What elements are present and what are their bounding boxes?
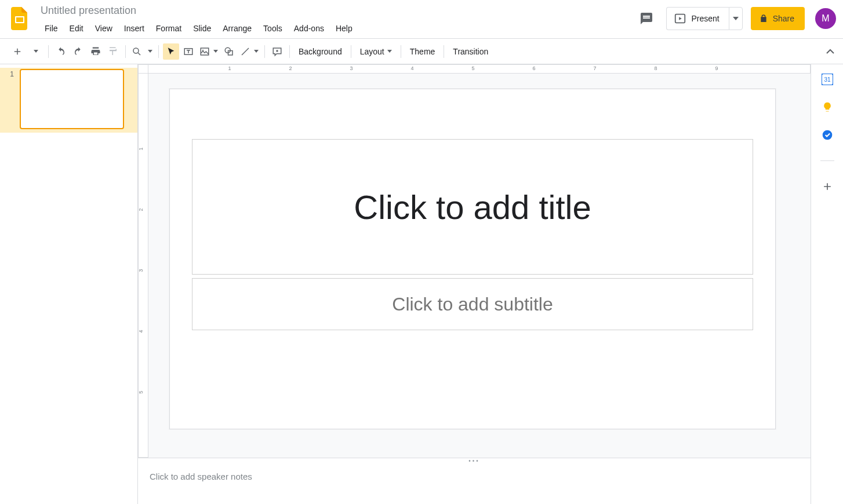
zoom-button[interactable]: [130, 43, 154, 60]
separator: [289, 45, 290, 58]
horizontal-ruler[interactable]: 1 2 3 4 5 6 7 8 9: [148, 64, 811, 74]
present-button[interactable]: Present: [666, 7, 728, 30]
menu-help[interactable]: Help: [330, 21, 358, 36]
theme-button[interactable]: Theme: [405, 43, 440, 60]
caret-down-icon: [254, 50, 259, 53]
notes-splitter[interactable]: •••: [138, 458, 811, 463]
ruler-v-label: 3: [138, 269, 144, 272]
separator: [125, 45, 126, 58]
share-button[interactable]: Share: [751, 7, 805, 30]
ruler-h-label: 8: [654, 65, 657, 71]
menubar: File Edit View Insert Format Slide Arran…: [39, 21, 358, 36]
title-column: Untitled presentation File Edit View Ins…: [39, 3, 358, 36]
slides-logo[interactable]: [8, 7, 31, 30]
vertical-ruler[interactable]: 1 2 3 4 5: [138, 74, 148, 458]
filmstrip[interactable]: 1: [0, 64, 138, 504]
ruler-h-label: 9: [715, 65, 718, 71]
menu-edit[interactable]: Edit: [64, 21, 89, 36]
separator: [48, 45, 49, 58]
lock-icon: [759, 14, 768, 23]
chevron-up-icon: [826, 49, 834, 54]
ruler-v-label: 1: [138, 147, 144, 150]
tasks-app-button[interactable]: [822, 129, 833, 141]
slide-number: 1: [6, 69, 14, 78]
print-button[interactable]: [88, 43, 104, 60]
slide-thumbnail-row[interactable]: 1: [0, 68, 137, 133]
add-comment-icon: [272, 46, 282, 57]
get-addons-button[interactable]: [822, 181, 833, 192]
title-placeholder[interactable]: Click to add title: [192, 139, 753, 275]
subtitle-placeholder[interactable]: Click to add subtitle: [192, 278, 753, 330]
plus-icon: [822, 181, 833, 192]
caret-down-icon: [733, 17, 739, 20]
cursor-icon: [166, 47, 176, 56]
document-title[interactable]: Untitled presentation: [39, 3, 358, 19]
canvas-area: 1 2 3 4 5 6 7 8 9 1 2 3 4 5 Click to add…: [138, 64, 811, 458]
menu-view[interactable]: View: [90, 21, 118, 36]
slide-thumbnail[interactable]: [20, 69, 124, 129]
ruler-h-label: 3: [350, 65, 353, 71]
subtitle-placeholder-text: Click to add subtitle: [392, 294, 553, 315]
textbox-icon: [183, 46, 194, 57]
menu-tools[interactable]: Tools: [258, 21, 288, 36]
shape-icon: [224, 46, 234, 57]
side-separator: [820, 160, 834, 161]
keep-app-button[interactable]: [822, 101, 833, 113]
comment-icon: [639, 12, 653, 25]
new-slide-button[interactable]: [8, 43, 27, 60]
keep-icon: [822, 101, 833, 113]
tasks-icon: [822, 129, 833, 141]
svg-point-6: [202, 49, 204, 50]
speaker-notes[interactable]: Click to add speaker notes: [138, 463, 811, 504]
redo-button[interactable]: [70, 43, 86, 60]
ruler-h-label: 4: [410, 65, 413, 71]
caret-down-icon: [148, 50, 152, 53]
caret-down-icon: [34, 50, 38, 53]
select-tool[interactable]: [163, 43, 179, 60]
separator: [401, 45, 401, 58]
redo-icon: [73, 46, 83, 57]
present-dropdown[interactable]: [729, 7, 743, 30]
transition-button[interactable]: Transition: [448, 43, 493, 60]
canvas-scroll[interactable]: Click to add title Click to add subtitle: [148, 74, 811, 458]
line-tool[interactable]: [238, 43, 260, 60]
main: 1 1 2 3 4 5 6 7 8 9 1 2 3 4 5: [0, 64, 843, 504]
background-button[interactable]: Background: [294, 43, 347, 60]
menu-addons[interactable]: Add-ons: [289, 21, 329, 36]
share-label: Share: [773, 14, 794, 23]
separator: [158, 45, 159, 58]
svg-rect-1: [16, 17, 23, 22]
menu-insert[interactable]: Insert: [119, 21, 150, 36]
insert-comment-button[interactable]: [269, 43, 285, 60]
new-slide-dropdown[interactable]: [28, 43, 44, 60]
ruler-h-label: 7: [593, 65, 596, 71]
ruler-v-label: 2: [138, 208, 144, 211]
present-icon: [674, 12, 686, 25]
caret-down-icon: [213, 50, 218, 53]
svg-point-11: [822, 130, 832, 140]
titlebar-right: Present Share M: [635, 3, 836, 30]
ruler-v-label: 5: [138, 390, 144, 393]
svg-text:31: 31: [824, 76, 831, 83]
textbox-tool[interactable]: [180, 43, 197, 60]
separator: [444, 45, 444, 58]
calendar-icon: 31: [822, 74, 833, 85]
toolbar: Background Layout Theme Transition: [0, 39, 843, 64]
paint-format-button[interactable]: [105, 43, 121, 60]
ruler-h-label: 1: [228, 65, 231, 71]
account-avatar[interactable]: M: [815, 8, 836, 29]
plus-icon: [12, 46, 23, 57]
menu-format[interactable]: Format: [151, 21, 187, 36]
menu-slide[interactable]: Slide: [188, 21, 216, 36]
side-panel: 31: [811, 64, 843, 504]
collapse-toolbar-button[interactable]: [822, 43, 838, 60]
menu-arrange[interactable]: Arrange: [217, 21, 257, 36]
slide[interactable]: Click to add title Click to add subtitle: [169, 89, 776, 429]
undo-button[interactable]: [53, 43, 69, 60]
menu-file[interactable]: File: [39, 21, 63, 36]
open-comments-button[interactable]: [635, 7, 658, 30]
image-tool[interactable]: [198, 43, 220, 60]
calendar-app-button[interactable]: 31: [822, 74, 833, 85]
layout-button[interactable]: Layout: [355, 43, 397, 60]
shape-tool[interactable]: [221, 43, 237, 60]
